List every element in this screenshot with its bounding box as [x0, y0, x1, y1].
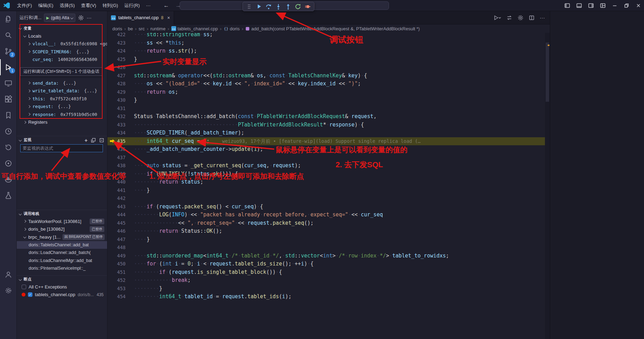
start-debug-icon[interactable]: ▶: [46, 16, 49, 20]
run-debug-icon[interactable]: 1: [0, 59, 17, 75]
line-number[interactable]: 429: [107, 88, 126, 97]
restart-button[interactable]: [294, 2, 302, 11]
step-over-button[interactable]: [264, 2, 273, 11]
call-stack-thread[interactable]: brpc_heavy [1...因 BREAKPOINT 已暂停: [17, 233, 107, 241]
settings-gear-icon[interactable]: [78, 15, 84, 21]
line-number[interactable]: 438: [107, 162, 126, 170]
more-actions-icon[interactable]: ···: [87, 15, 91, 21]
menu-item[interactable]: 编辑(E): [35, 0, 57, 11]
line-number[interactable]: 449: [107, 252, 126, 260]
code-line[interactable]: 453········}: [107, 285, 545, 293]
code-line[interactable]: 448: [107, 244, 545, 252]
code-line[interactable]: 437: [107, 154, 545, 162]
code-line[interactable]: 428····os·<<·"(load_id="·<<·key.id·<<·",…: [107, 80, 545, 88]
line-number[interactable]: 447: [107, 236, 126, 244]
variables-scope-locals[interactable]: Locals: [17, 32, 107, 40]
variable-row[interactable]: write_tablet_data: {...}: [17, 87, 107, 95]
remote-icon[interactable]: [0, 75, 17, 91]
line-number[interactable]: 437: [107, 154, 126, 162]
refresh-icon[interactable]: [0, 139, 17, 155]
drag-grip-icon[interactable]: [245, 2, 253, 11]
minimize-icon[interactable]: [610, 0, 620, 11]
account-icon[interactable]: [0, 267, 17, 283]
breadcrumb-item[interactable]: doris: [112, 26, 122, 31]
continue-button[interactable]: [255, 2, 263, 11]
code-line[interactable]: 450····for·(int·i·=·0;·i·<·request.table…: [107, 260, 545, 268]
settings-icon[interactable]: [517, 15, 524, 21]
breakpoints-section-header[interactable]: 断点: [17, 275, 107, 283]
code-line[interactable]: 454········int64_t·tablet_id·=·request.t…: [107, 293, 545, 301]
code-line[interactable]: 423····ss·<<·*this;: [107, 39, 545, 47]
breadcrumb-item[interactable]: ++tablets_channel.cpp: [171, 26, 218, 31]
line-number[interactable]: 453: [107, 285, 126, 293]
more-actions-icon[interactable]: ···: [540, 15, 545, 20]
watch-expression-input[interactable]: [20, 144, 103, 152]
code-line[interactable]: 446········return·Status::OK();: [107, 227, 545, 236]
line-number[interactable]: 426: [107, 63, 126, 72]
line-number[interactable]: 441: [107, 186, 126, 195]
code-line[interactable]: 441····}: [107, 186, 545, 195]
code-line[interactable]: 431: [107, 105, 545, 113]
line-number[interactable]: 434: [107, 129, 126, 137]
code-line[interactable]: 434····SCOPED_TIMER(_add_batch_timer);: [107, 129, 545, 137]
timeline-icon[interactable]: [0, 123, 17, 139]
settings-gear-icon[interactable]: [0, 283, 17, 299]
tab-tablets-channel[interactable]: ++ tablets_channel.cpp 8 ×: [107, 11, 174, 24]
search-icon[interactable]: [0, 27, 17, 43]
variable-row[interactable]: response: 0x7f591b9d5c00: [17, 110, 107, 118]
duplicate-icon[interactable]: [91, 138, 96, 143]
run-button[interactable]: [494, 15, 501, 21]
compare-changes-icon[interactable]: [507, 15, 512, 21]
code-line[interactable]: 422····std::stringstream·ss;: [107, 33, 545, 39]
record-icon[interactable]: [0, 155, 17, 171]
code-line[interactable]: 427std::ostream&·operator<<(std::ostream…: [107, 72, 545, 80]
step-into-button[interactable]: [274, 2, 283, 11]
line-number[interactable]: 427: [107, 72, 126, 80]
code-line[interactable]: 452············break;: [107, 276, 545, 285]
breadcrumb-item[interactable]: runtime: [150, 26, 165, 31]
stack-frame[interactable]: doris::TabletsChannel::add_bat: [17, 241, 107, 249]
code-line[interactable]: 443····if·(request.packet_seq()·<·cur_se…: [107, 203, 545, 211]
breadcrumb-item[interactable]: {}doris: [224, 26, 240, 31]
menu-overflow-button[interactable]: ···: [143, 0, 153, 11]
line-number[interactable]: 433: [107, 121, 126, 129]
line-number[interactable]: 425: [107, 55, 126, 64]
line-number[interactable]: 451: [107, 268, 126, 277]
code-line[interactable]: 451········if·(request.is_single_tablet_…: [107, 268, 545, 277]
variable-row[interactable]: this: 0x7f572c403f10: [17, 95, 107, 103]
variables-section-header[interactable]: 变量: [17, 24, 107, 32]
code-line[interactable]: 430}: [107, 96, 545, 105]
watch-section-header[interactable]: 监视 +: [17, 136, 107, 144]
line-number[interactable]: 423: [107, 39, 126, 47]
line-number[interactable]: 424: [107, 47, 126, 55]
code-line[interactable]: 424····return·ss.str();: [107, 47, 545, 55]
disconnect-button[interactable]: [304, 2, 312, 11]
breakpoint-checkbox[interactable]: [22, 285, 26, 289]
testing-icon[interactable]: [0, 187, 17, 203]
source-control-icon[interactable]: 2: [0, 43, 17, 59]
code-line[interactable]: 435····int64_t·cur_seq·=·0;weizuo93, 17个…: [107, 137, 545, 146]
line-number[interactable]: 445: [107, 219, 126, 228]
breadcrumb-item[interactable]: src: [138, 26, 144, 31]
menu-item[interactable]: 运行(R): [121, 0, 143, 11]
variable-row[interactable]: vlocal__: 0x55fd1fdc6908 <goo…: [17, 40, 107, 48]
panel-left-icon[interactable]: [562, 0, 572, 11]
debug-config-dropdown[interactable]: ▶ (gdb) Atta: [44, 14, 76, 22]
split-editor-icon[interactable]: [529, 15, 534, 21]
close-icon[interactable]: ×: [167, 15, 170, 21]
step-out-button[interactable]: [284, 2, 292, 11]
breakpoint-row[interactable]: ✓tablets_channel.cppdoris/b...435: [17, 291, 107, 299]
line-number[interactable]: 454: [107, 293, 126, 301]
back-arrow-icon[interactable]: ←: [163, 3, 169, 8]
breakpoint-row[interactable]: All C++ Exceptions: [17, 283, 107, 291]
line-number[interactable]: 443: [107, 203, 126, 211]
variables-scope-registers[interactable]: Registers: [17, 118, 107, 126]
code-line[interactable]: 445··············<<·",·recept_seq="·<<·r…: [107, 219, 545, 228]
panel-bottom-icon[interactable]: [574, 0, 584, 11]
breadcrumb-item[interactable]: add_batch(const PTabletWriterAddBlockReq…: [245, 26, 420, 31]
line-number[interactable]: 422: [107, 33, 126, 39]
line-number[interactable]: 442: [107, 194, 126, 203]
line-number[interactable]: 432: [107, 113, 126, 121]
line-number[interactable]: 450: [107, 260, 126, 268]
layout-icon[interactable]: [598, 0, 608, 11]
